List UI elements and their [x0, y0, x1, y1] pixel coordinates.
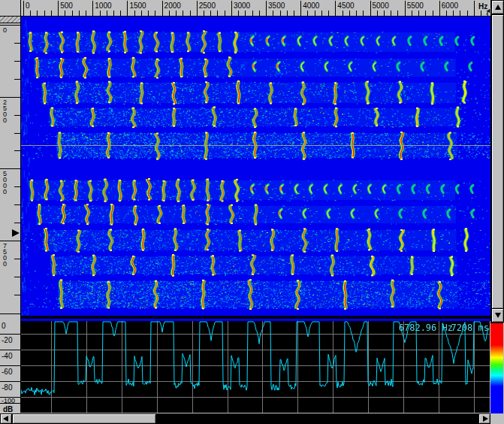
freq-minor-tick: [315, 11, 315, 16]
freq-minor-tick: [37, 11, 38, 16]
freq-tick-label: 4000: [303, 2, 319, 10]
freq-minor-tick: [343, 11, 343, 16]
freq-minor-tick: [65, 11, 65, 16]
freq-minor-tick: [225, 11, 225, 16]
freq-minor-tick: [86, 11, 86, 16]
freq-tick-label: 3500: [268, 2, 285, 10]
scroll-up-button[interactable]: [491, 0, 504, 14]
time-tick-label: 0: [3, 27, 14, 33]
vertical-scrollbar[interactable]: [491, 0, 504, 323]
freq-minor-tick: [384, 11, 385, 16]
time-ruler: 0250050007500: [0, 17, 21, 313]
freq-minor-tick: [148, 11, 149, 16]
time-minor-tick: [14, 79, 20, 80]
freq-minor-tick: [79, 11, 80, 16]
freq-minor-tick: [433, 11, 433, 16]
freq-tick-label: 5000: [373, 2, 389, 10]
vertical-scrollbar-thumb[interactable]: [491, 14, 504, 309]
freq-major-tick: [300, 1, 301, 16]
freq-major-tick: [197, 1, 198, 16]
spectrum-plot-canvas: [21, 321, 490, 413]
time-minor-tick: [14, 186, 20, 187]
db-ruler-line: [0, 334, 20, 335]
time-major-tick: [0, 97, 20, 98]
freq-minor-tick: [169, 11, 170, 16]
scroll-right-button[interactable]: [478, 413, 490, 424]
freq-tick-label: 6000: [442, 2, 458, 10]
time-minor-tick: [14, 204, 20, 205]
freq-tick-label: 2000: [164, 2, 181, 10]
freq-minor-tick: [238, 11, 239, 16]
freq-minor-tick: [120, 11, 121, 16]
freq-minor-tick: [307, 11, 308, 16]
freq-minor-tick: [425, 11, 426, 16]
db-ruler: dB 0-20-40-60-80-100: [0, 316, 21, 413]
db-ruler-line: [0, 381, 20, 382]
db-tick-label: 0: [2, 322, 6, 330]
freq-minor-tick: [467, 11, 468, 16]
time-tick-label: 2500: [3, 99, 14, 123]
freq-minor-tick: [418, 11, 419, 16]
ruler-hatch-box: [0, 17, 20, 23]
db-unit-label: dB: [3, 405, 13, 413]
time-minor-tick: [14, 259, 20, 259]
time-minor-tick: [14, 43, 20, 44]
mouse-cursor-icon: [483, 8, 491, 17]
db-tick-label: -100: [2, 397, 15, 404]
freq-major-tick: [266, 1, 267, 16]
db-ruler-line: [0, 350, 20, 350]
freq-major-tick: [439, 1, 440, 16]
freq-minor-tick: [321, 11, 322, 16]
horizontal-scrollbar[interactable]: [0, 413, 504, 424]
freq-minor-tick: [391, 11, 391, 16]
freq-major-tick: [231, 1, 232, 16]
freq-minor-tick: [134, 11, 135, 16]
freq-major-tick: [162, 1, 163, 16]
spectrogram-canvas[interactable]: [21, 17, 490, 316]
frequency-ruler: Hz 0500100015002000250030003500400045005…: [21, 0, 491, 17]
freq-minor-tick: [328, 11, 329, 16]
freq-minor-tick: [217, 11, 218, 16]
time-position-marker[interactable]: [12, 229, 20, 237]
freq-minor-tick: [412, 11, 412, 16]
time-tick-label: 5000: [3, 171, 14, 195]
freq-minor-tick: [363, 11, 364, 16]
freq-minor-tick: [252, 11, 253, 16]
freq-major-tick: [474, 1, 475, 16]
freq-minor-tick: [273, 11, 273, 16]
time-major-tick: [0, 168, 20, 169]
freq-minor-tick: [259, 11, 260, 16]
db-ruler-line: [0, 365, 20, 366]
time-minor-tick: [14, 150, 20, 151]
freq-minor-tick: [356, 11, 357, 16]
freq-major-tick: [335, 1, 336, 16]
freq-minor-tick: [446, 11, 447, 16]
horizontal-scrollbar-thumb[interactable]: [12, 413, 156, 424]
freq-tick-label: 0: [26, 2, 30, 10]
scroll-down-button[interactable]: [491, 308, 504, 323]
time-minor-tick: [14, 61, 20, 62]
time-major-tick: [0, 241, 20, 241]
db-tick-label: -60: [2, 368, 12, 376]
time-minor-tick: [14, 277, 20, 277]
db-tick-label: -20: [2, 336, 12, 344]
freq-major-tick: [58, 1, 59, 16]
freq-minor-tick: [460, 11, 460, 16]
spectrogram-app-window: Hz 0500100015002000250030003500400045005…: [0, 0, 504, 424]
freq-minor-tick: [190, 11, 191, 16]
time-minor-tick: [14, 223, 20, 223]
db-tick-label: -80: [2, 383, 12, 392]
freq-minor-tick: [100, 11, 101, 16]
freq-minor-tick: [176, 11, 177, 16]
freq-tick-label: 4500: [337, 2, 354, 10]
freq-minor-tick: [44, 11, 45, 16]
freq-major-tick: [405, 1, 406, 16]
freq-minor-tick: [107, 11, 107, 16]
intensity-colorbar: [490, 323, 503, 413]
ruler-corner-box: [0, 0, 21, 17]
scrollbar-corner: [490, 413, 504, 424]
freq-minor-tick: [377, 11, 378, 16]
right-arrow-icon: [483, 416, 488, 422]
scroll-left-button[interactable]: [0, 413, 12, 424]
db-tick-label: -40: [2, 352, 12, 360]
